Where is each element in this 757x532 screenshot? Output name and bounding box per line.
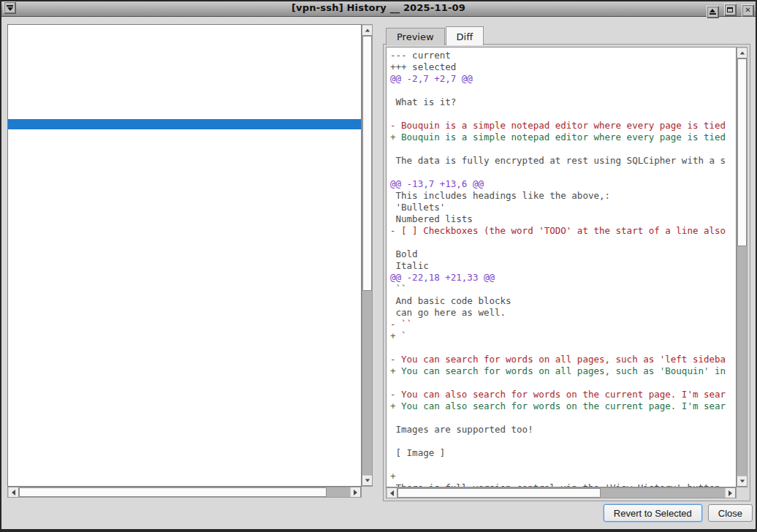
diff-line: This includes headings like the above,:: [390, 190, 736, 202]
scroll-right-button[interactable]: [725, 488, 736, 498]
version-list-item[interactable]: v47 — 2025-11-09 18:33:45 AEDT·autosave: [8, 344, 361, 354]
revert-to-selected-button[interactable]: Revert to Selected: [604, 504, 702, 522]
version-list-item[interactable]: v40 — 2025-11-09 16:15:38 AEDT·autosave: [8, 416, 361, 426]
version-note: autosave: [203, 292, 245, 293]
tab-preview[interactable]: Preview: [386, 28, 445, 45]
version-list-item[interactable]: v77 — 2025-11-10 10:43:12 AEDT·autosave: [8, 37, 361, 48]
scroll-left-button[interactable]: [8, 487, 19, 497]
tab-diff[interactable]: Diff: [446, 26, 484, 45]
version-list-item[interactable]: v38 — 2025-11-09 16:13:50 AEDT·autosave: [8, 436, 361, 446]
scroll-right-button[interactable]: [350, 487, 361, 497]
scrollbar-track[interactable]: [737, 58, 747, 476]
scroll-left-button[interactable]: [387, 488, 397, 498]
version-list-item[interactable]: v52 — 2025-11-09 18:36:08 AEDT·autosave: [8, 293, 361, 303]
maximize-icon: [727, 7, 733, 12]
diff-vertical-scrollbar[interactable]: [737, 47, 748, 487]
version-list-item[interactable]: v67 — 2025-11-09 19:07:07 AEDT·autosave: [8, 140, 361, 150]
diff-horizontal-scrollbar[interactable]: [386, 487, 737, 498]
version-list-item[interactable]: v61 — 2025-11-09 18:57:44 AEDT·autosave: [8, 201, 361, 211]
version-list-item[interactable]: v54 — 2025-11-09 18:38:04 AEDT·autosave: [8, 273, 361, 283]
scroll-down-button[interactable]: [362, 475, 372, 486]
version-list-item[interactable]: v56 — 2025-11-09 18:41:20 AEDT·autosave: [8, 252, 361, 262]
version-list-item[interactable]: v43 — 2025-11-09 16:18:10 AEDT·autosave: [8, 385, 361, 395]
diff-line: 'Bullets': [390, 202, 736, 213]
version-list-item[interactable]: v71 — 2025-11-10 10:41:20 AEDT·autosave: [8, 99, 361, 109]
list-vertical-scrollbar[interactable]: [362, 24, 373, 487]
version-list-item[interactable]: v46 — 2025-11-09 18:31:07 AEDT·autosave: [8, 354, 361, 365]
version-list-item[interactable]: v78 — 2025-11-10 10:44:15 AEDT·autosave …: [8, 27, 361, 37]
version-list-item[interactable]: v76 — 2025-11-10 10:42:44 AEDT·autosave: [8, 48, 361, 58]
version-list-item[interactable]: v66 — 2025-11-09 19:05:02 AEDT·autosave: [8, 150, 361, 160]
scrollbar-track[interactable]: [362, 36, 372, 475]
version-list-item[interactable]: v63 — 2025-11-09 19:00:13 AEDT·autosave: [8, 180, 361, 191]
scroll-down-icon: [365, 479, 369, 482]
list-horizontal-scrollbar[interactable]: [7, 487, 362, 498]
version-list-item[interactable]: v57 — 2025-11-09 18:54:36 AEDT·autosave: [8, 242, 361, 252]
scroll-up-button[interactable]: [362, 25, 372, 36]
scrollbar-track[interactable]: [19, 487, 350, 497]
separator-dot: ·: [195, 129, 198, 129]
scrollbar-thumb[interactable]: [737, 58, 747, 246]
preview-diff-notebook: PreviewDiff --- current+++ selected@@ -2…: [383, 26, 750, 501]
scroll-right-icon: [729, 490, 732, 496]
separator-dot: ·: [195, 180, 198, 180]
version-and-timestamp: v36 — 2025-11-09 16:12:56 AEDT: [34, 466, 190, 467]
maximize-button[interactable]: [724, 4, 737, 16]
version-list-item[interactable]: v60 — 2025-11-09 18:56:51 AEDT·autosave: [8, 211, 361, 221]
version-note: autosave: [203, 241, 245, 242]
diff-line: And basic code blocks: [390, 295, 736, 307]
version-list-item[interactable]: v70 — 2025-11-10 10:40:47 AEDT·autosave: [8, 109, 361, 119]
version-list[interactable]: v78 — 2025-11-10 10:44:15 AEDT·autosave …: [7, 24, 362, 487]
version-list-item[interactable]: v35 — 2025-11-09 16:11:06 AEDT·autosave: [8, 467, 361, 477]
version-list-item[interactable]: v37 — 2025-11-09 16:13:04 AEDT·autosave: [8, 446, 361, 457]
version-list-item[interactable]: v69 — 2025-11-10 07:59:37 AEDT·Unchecked…: [8, 119, 361, 129]
version-and-timestamp: v40 — 2025-11-09 16:15:38 AEDT: [34, 425, 190, 426]
diff-text[interactable]: --- current+++ selected@@ -2,7 +2,7 @@ W…: [386, 47, 737, 487]
scrollbar-thumb[interactable]: [362, 36, 372, 291]
version-list-item[interactable]: v34 — 2025-11-09 16:05:20 AEDT·autosave: [8, 477, 361, 487]
version-list-item[interactable]: v58 — 2025-11-09 18:54:43 AEDT·autosave: [8, 232, 361, 242]
version-note: autosave: [203, 98, 245, 99]
version-list-item[interactable]: v36 — 2025-11-09 16:12:56 AEDT·autosave: [8, 457, 361, 467]
scrollbar-track[interactable]: [397, 488, 725, 498]
close-button[interactable]: Close: [708, 504, 753, 522]
version-list-item[interactable]: v53 — 2025-11-09 18:37:16 AEDT·autosave: [8, 283, 361, 293]
scrollbar-thumb[interactable]: [19, 487, 327, 497]
version-note: autosave: [203, 364, 245, 365]
version-list-item[interactable]: v74 — 2025-11-10 10:42:03 AEDT·autosave: [8, 68, 361, 78]
version-note: autosave: [203, 282, 245, 283]
version-note: autosave: [203, 108, 245, 109]
version-list-item[interactable]: v68 — 2025-11-09 19:08:09 AEDT·autosave: [8, 129, 361, 140]
version-list-item[interactable]: v44 — 2025-11-09 16:18:50 AEDT·autosave: [8, 375, 361, 385]
close-window-button[interactable]: ✕: [742, 4, 754, 17]
version-list-item[interactable]: v45 — 2025-11-09 18:28:13 AEDT·autosave: [8, 365, 361, 375]
version-list-item[interactable]: v50 — 2025-11-09 18:35:18 AEDT·autosave: [8, 314, 361, 324]
version-list-item[interactable]: v39 — 2025-11-09 16:14:56 AEDT·autosave: [8, 426, 361, 436]
separator-dot: ·: [195, 251, 198, 252]
separator-dot: ·: [195, 323, 198, 324]
version-list-item[interactable]: v62 — 2025-11-09 19:00:05 AEDT·autosave: [8, 191, 361, 201]
version-list-item[interactable]: v73 — 2025-11-10 10:41:42 AEDT·autosave: [8, 78, 361, 88]
version-note: autosave: [203, 47, 245, 48]
version-list-item[interactable]: v75 — 2025-11-10 10:42:28 AEDT·autosave: [8, 58, 361, 68]
separator-dot: ·: [195, 67, 198, 68]
scrollbar-thumb[interactable]: [397, 488, 601, 498]
version-and-timestamp: v60 — 2025-11-09 18:56:51 AEDT: [34, 221, 190, 221]
version-list-item[interactable]: v65 — 2025-11-09 19:04:34 AEDT·autosave: [8, 160, 361, 170]
version-list-item[interactable]: v64 — 2025-11-09 19:03:16 AEDT·autosave: [8, 170, 361, 180]
version-and-timestamp: v49 — 2025-11-09 18:34:29 AEDT: [34, 333, 190, 334]
version-list-item[interactable]: v41 — 2025-11-09 16:16:09 AEDT·autosave: [8, 406, 361, 416]
diff-line: + Bouquin is a simple notepad editor whe…: [390, 132, 736, 143]
version-list-item[interactable]: v49 — 2025-11-09 18:34:29 AEDT·autosave: [8, 324, 361, 334]
version-list-item[interactable]: v59 — 2025-11-09 18:56:44 AEDT·autosave: [8, 221, 361, 232]
version-list-item[interactable]: v51 — 2025-11-09 18:35:42 AEDT·autosave: [8, 303, 361, 314]
shade-button[interactable]: [707, 6, 719, 18]
version-and-timestamp: v74 — 2025-11-10 10:42:03 AEDT: [34, 77, 190, 78]
version-list-item[interactable]: v72 — 2025-11-10 10:41:30 AEDT·autosave: [8, 88, 361, 99]
version-list-item[interactable]: v42 — 2025-11-09 16:16:19 AEDT·autosave: [8, 395, 361, 406]
version-and-timestamp: v39 — 2025-11-09 16:14:56 AEDT: [34, 436, 190, 436]
scroll-down-button[interactable]: [737, 476, 747, 487]
version-list-item[interactable]: v48 — 2025-11-09 18:34:19 AEDT·autosave: [8, 334, 361, 344]
version-list-item[interactable]: v55 — 2025-11-09 18:38:17 AEDT·autosave: [8, 262, 361, 273]
scroll-up-button[interactable]: [737, 48, 747, 58]
